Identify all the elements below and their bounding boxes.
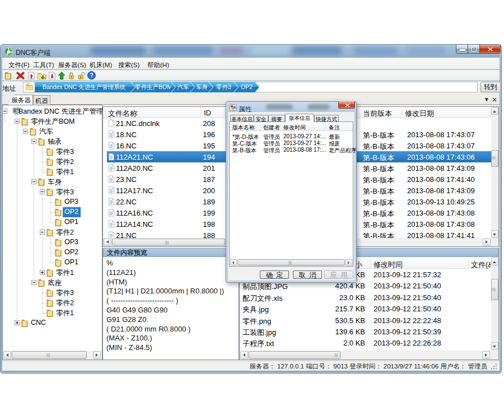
- svg-text:?: ?: [90, 72, 93, 78]
